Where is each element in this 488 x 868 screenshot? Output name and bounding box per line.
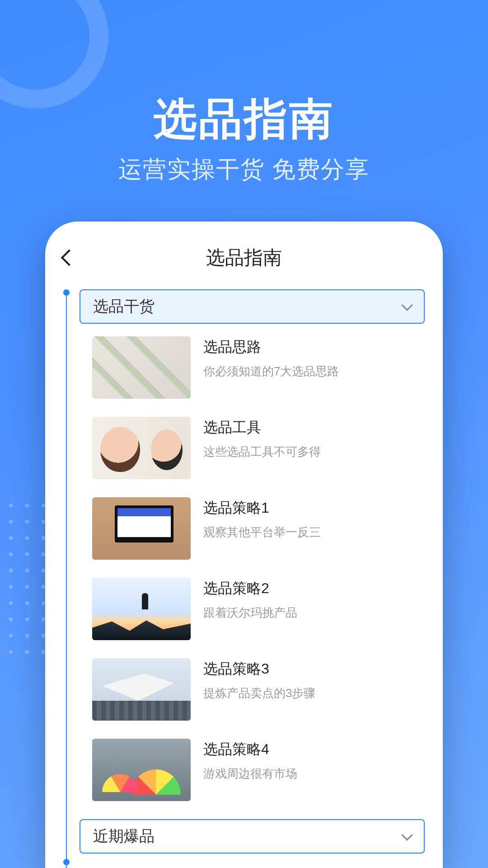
thumbnail xyxy=(92,497,191,560)
item-text: 选品策略3 提炼产品卖点的3步骤 xyxy=(203,658,315,701)
app-bar: 选品指南 xyxy=(45,240,443,276)
item-desc: 跟着沃尔玛挑产品 xyxy=(203,605,297,621)
timeline-dot-2 xyxy=(63,859,70,865)
item-title: 选品策略3 xyxy=(203,659,315,679)
list-item[interactable]: 选品策略3 提炼产品卖点的3步骤 xyxy=(92,658,425,721)
thumbnail xyxy=(92,336,191,399)
list-item[interactable]: 选品工具 这些选品工具不可多得 xyxy=(92,417,425,479)
item-text: 选品思路 你必须知道的7大选品思路 xyxy=(203,336,339,379)
timeline-dot-1 xyxy=(63,289,70,296)
thumbnail xyxy=(92,658,191,721)
thumbnail xyxy=(92,417,191,479)
item-title: 选品策略2 xyxy=(203,579,297,599)
list-item[interactable]: 选品策略4 游戏周边很有市场 xyxy=(92,739,425,801)
app-bar-title: 选品指南 xyxy=(45,245,443,270)
chevron-down-icon xyxy=(401,829,413,840)
thumbnail xyxy=(92,578,191,640)
item-desc: 提炼产品卖点的3步骤 xyxy=(203,685,315,701)
section-2-label: 近期爆品 xyxy=(93,826,155,847)
list-item[interactable]: 选品策略2 跟着沃尔玛挑产品 xyxy=(92,578,425,640)
item-desc: 你必须知道的7大选品思路 xyxy=(203,363,339,379)
thumbnail xyxy=(92,739,191,801)
item-text: 选品策略2 跟着沃尔玛挑产品 xyxy=(203,578,297,621)
section-header-1[interactable]: 选品干货 xyxy=(80,289,425,324)
item-title: 选品工具 xyxy=(203,418,321,438)
chevron-down-icon xyxy=(401,299,413,311)
hero-title: 选品指南 xyxy=(0,90,488,149)
list-item[interactable]: 选品思路 你必须知道的7大选品思路 xyxy=(92,336,425,399)
section-header-2[interactable]: 近期爆品 xyxy=(80,819,425,854)
timeline: 选品干货 选品思路 你必须知道的7大选品思路 选品工具 这些选品工具不可多得 xyxy=(63,289,425,868)
item-title: 选品策略1 xyxy=(203,498,321,518)
section-1-label: 选品干货 xyxy=(93,296,155,317)
item-text: 选品工具 这些选品工具不可多得 xyxy=(203,417,321,460)
item-desc: 这些选品工具不可多得 xyxy=(203,444,321,460)
item-desc: 观察其他平台举一反三 xyxy=(203,524,321,540)
item-title: 选品策略4 xyxy=(203,740,297,760)
item-desc: 游戏周边很有市场 xyxy=(203,766,297,782)
timeline-line xyxy=(66,289,67,868)
phone-frame: 选品指南 选品干货 选品思路 你必须知道的7大选品思路 选品工具 这些选品工具不 xyxy=(45,222,443,868)
article-list: 选品思路 你必须知道的7大选品思路 选品工具 这些选品工具不可多得 选品策略1 … xyxy=(92,336,425,801)
hero-subtitle: 运营实操干货 免费分享 xyxy=(0,154,488,185)
item-text: 选品策略1 观察其他平台举一反三 xyxy=(203,497,321,540)
list-item[interactable]: 选品策略1 观察其他平台举一反三 xyxy=(92,497,425,560)
item-title: 选品思路 xyxy=(203,337,339,357)
item-text: 选品策略4 游戏周边很有市场 xyxy=(203,739,297,782)
